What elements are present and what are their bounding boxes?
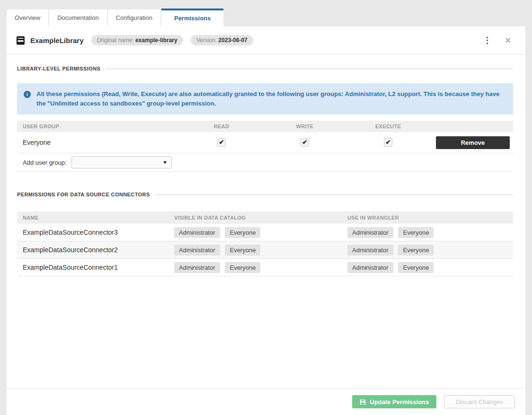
info-banner-text: All these permissions (Read, Write, Exec…	[36, 89, 505, 108]
connector-name: ExampleDataSourceConnector2	[17, 246, 174, 254]
library-book-icon	[16, 36, 25, 45]
connector-name: ExampleDataSourceConnector1	[17, 264, 174, 271]
tab-overview[interactable]: Overview	[7, 9, 48, 26]
section-divider	[106, 69, 513, 69]
group-tag: Everyone	[225, 245, 260, 256]
tab-bar: Overview Documentation Configuration Per…	[0, 0, 532, 26]
original-name-badge: Original name: example-library	[91, 35, 183, 45]
section-connector-permissions: PERMISSIONS FOR DATA SOURCE CONNECTORS	[17, 192, 513, 197]
library-panel: ExampleLibrary Original name: example-li…	[7, 26, 525, 415]
action-footer: Update Permissions Discard Changes	[7, 388, 525, 415]
table-row-connector3: ExampleDataSourceConnector3 Administrato…	[17, 224, 513, 241]
table-row-connector2: ExampleDataSourceConnector2 Administrato…	[17, 241, 513, 259]
kebab-menu-icon[interactable]: ⋮	[479, 35, 497, 45]
save-icon	[360, 399, 366, 405]
col-header-execute: EXECUTE	[346, 124, 430, 129]
version-badge: Version: 2023-06-07	[191, 35, 253, 45]
group-tag: Everyone	[225, 262, 260, 273]
update-permissions-label: Update Permissions	[370, 398, 429, 406]
tab-documentation[interactable]: Documentation	[49, 9, 106, 26]
group-tag: Everyone	[398, 262, 434, 273]
original-name-label: Original name:	[97, 37, 135, 44]
write-checkbox[interactable]: ✔	[301, 138, 309, 147]
discard-changes-button[interactable]: Discard Changes	[444, 395, 515, 408]
permissions-content: LIBRARY-LEVEL PERMISSIONS i All these pe…	[7, 54, 525, 388]
remove-button[interactable]: Remove	[436, 136, 510, 149]
tab-permissions[interactable]: Permissions	[161, 9, 223, 26]
read-checkbox[interactable]: ✔	[217, 138, 226, 147]
info-banner: i All these permissions (Read, Write, Ex…	[17, 83, 513, 115]
group-tag: Everyone	[398, 227, 434, 238]
col-header-write: WRITE	[263, 124, 346, 129]
version-label: Version:	[196, 37, 219, 44]
group-tag: Administrator	[347, 262, 393, 273]
add-user-group-label: Add user group:	[23, 159, 67, 166]
user-group-name: Everyone	[17, 139, 180, 146]
tab-configuration[interactable]: Configuration	[108, 9, 160, 26]
page-title: ExampleLibrary	[30, 36, 84, 44]
group-tag: Administrator	[174, 245, 220, 256]
group-tag: Everyone	[225, 227, 260, 238]
section-library-permissions: LIBRARY-LEVEL PERMISSIONS	[17, 66, 513, 71]
add-user-group-row: Add user group: ▼	[17, 153, 513, 172]
col-header-read: READ	[180, 124, 263, 129]
table-row-connector1: ExampleDataSourceConnector1 Administrato…	[17, 259, 513, 276]
close-icon[interactable]: ✕	[503, 36, 513, 45]
col-header-wrangler: USE IN WRANGLER	[347, 215, 513, 221]
group-tag: Administrator	[174, 227, 220, 238]
section-connector-permissions-title: PERMISSIONS FOR DATA SOURCE CONNECTORS	[17, 192, 150, 197]
user-group-permissions-table: USER GROUP READ WRITE EXECUTE Everyone ✔…	[17, 121, 513, 172]
update-permissions-button[interactable]: Update Permissions	[352, 395, 436, 408]
chevron-down-icon: ▼	[162, 160, 168, 165]
connector-name: ExampleDataSourceConnector3	[17, 229, 174, 236]
group-tag: Administrator	[347, 245, 393, 256]
table-row-everyone: Everyone ✔ ✔ ✔ Remove	[17, 132, 513, 153]
col-header-catalog: VISIBLE IN DATA CATALOG	[174, 215, 347, 221]
info-icon: i	[24, 91, 31, 98]
group-tag: Administrator	[174, 262, 220, 273]
section-library-permissions-title: LIBRARY-LEVEL PERMISSIONS	[17, 66, 100, 71]
version-value: 2023-06-07	[218, 37, 247, 44]
group-tag: Administrator	[347, 227, 393, 238]
connectors-permissions-table: NAME VISIBLE IN DATA CATALOG USE IN WRAN…	[17, 212, 513, 276]
col-header-name: NAME	[17, 215, 174, 221]
group-tag: Everyone	[398, 245, 434, 256]
original-name-value: example-library	[135, 37, 177, 44]
table-header-row: USER GROUP READ WRITE EXECUTE	[17, 121, 513, 132]
section-divider	[156, 194, 513, 195]
library-header: ExampleLibrary Original name: example-li…	[7, 26, 525, 54]
execute-checkbox[interactable]: ✔	[384, 138, 392, 147]
add-user-group-select[interactable]: ▼	[71, 156, 172, 168]
table-header-row: NAME VISIBLE IN DATA CATALOG USE IN WRAN…	[17, 212, 513, 224]
col-header-user-group: USER GROUP	[17, 124, 180, 129]
section-gap	[17, 172, 513, 192]
